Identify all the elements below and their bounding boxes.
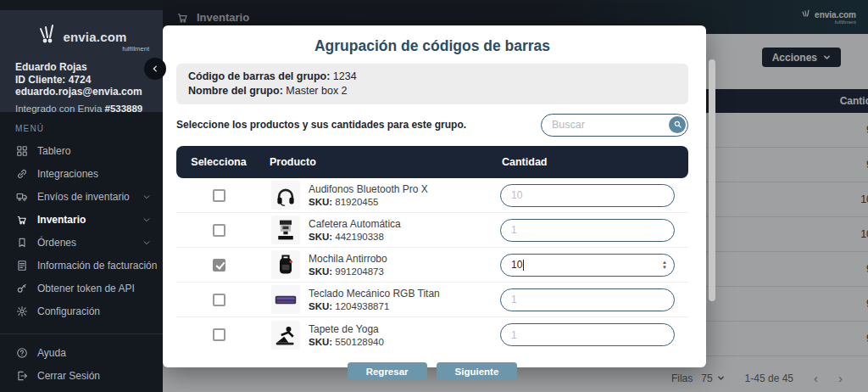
search-box (541, 114, 688, 137)
product-name: Mochila Antirrobo (309, 253, 387, 265)
column-selecciona: Selecciona (176, 156, 261, 168)
sidebar-item-label: Envíos de inventario (37, 191, 130, 203)
modal-scrollbar-thumb[interactable] (709, 59, 715, 301)
sidebar-item-envios-de-inventario[interactable]: Envíos de inventario (0, 185, 163, 208)
product-sku: SKU: 1204938871 (309, 301, 440, 311)
sidebar-item-label: Tablero (37, 145, 70, 157)
gear-icon (16, 305, 28, 317)
sidebar-logo-panel: envia.com fulfillment Eduardo Rojas ID C… (0, 10, 163, 112)
column-producto: Producto (261, 156, 490, 168)
text-caret (523, 260, 524, 271)
product-sku: SKU: 991204873 (309, 266, 387, 277)
quantity-field (500, 219, 675, 242)
coffee-product-image (271, 216, 300, 244)
sidebar-item-tablero[interactable]: Tablero (0, 139, 163, 162)
select-checkbox[interactable] (213, 294, 225, 306)
quantity-field (500, 288, 675, 311)
sidebar: envia.com fulfillment Eduardo Rojas ID C… (0, 0, 163, 392)
group-barcode-line: Código de barras del grupo: 1234 (188, 70, 676, 84)
quantity-input[interactable] (511, 294, 667, 305)
product-name: Audifonos Bluetooth Pro X (309, 183, 428, 195)
quantity-field (500, 184, 675, 207)
product-row: Mochila Antirrobo SKU: 991204873 10▲▼ (176, 248, 688, 283)
sidebar-item-ayuda[interactable]: Ayuda (0, 341, 163, 364)
sidebar-item-label: Ayuda (37, 347, 66, 359)
product-row: Tapete de Yoga SKU: 550128940 (176, 317, 688, 352)
cart-icon (16, 214, 28, 226)
user-email: eduardo.rojas@envia.com (15, 86, 149, 98)
brand-logo: envia.com (15, 24, 149, 44)
user-info: Eduardo Rojas ID Cliente: 4724 eduardo.r… (15, 61, 149, 98)
quantity-input[interactable] (511, 224, 667, 236)
sidebar-item-ordenes[interactable]: Órdenes (0, 231, 163, 254)
sidebar-item-configuracion[interactable]: Configuración (0, 300, 163, 322)
dashboard-icon (16, 145, 28, 157)
yogamat-product-image (271, 321, 300, 350)
sidebar-item-label: Configuración (37, 305, 100, 317)
product-name: Tapete de Yoga (309, 323, 384, 335)
sidebar-item-obtener-token-de-api[interactable]: Obtener token de API (0, 277, 163, 300)
modal-title: Agrupación de códigos de barras (176, 37, 688, 55)
group-name-line: Nombre del grupo: Master box 2 (188, 84, 676, 98)
search-input[interactable] (552, 119, 662, 131)
select-checkbox[interactable] (213, 328, 225, 341)
bookmark-icon (16, 237, 28, 249)
product-name: Cafetera Automática (309, 218, 401, 230)
instruction-text: Seleccione los productos y sus cantidade… (176, 119, 466, 131)
sidebar-item-label: Integraciones (37, 168, 98, 180)
menu-section-label: MENÚ (15, 124, 44, 133)
sidebar-item-label: Órdenes (37, 237, 76, 249)
sidebar-item-informacion-de-facturacion[interactable]: Información de facturación (0, 254, 163, 277)
quantity-value[interactable]: 10 (511, 259, 522, 271)
product-sku: SKU: 550128940 (309, 337, 384, 347)
select-checkbox[interactable] (213, 189, 225, 202)
backpack-product-image (271, 250, 300, 279)
search-icon (673, 120, 682, 129)
user-client-id: ID Cliente: 4724 (15, 74, 149, 87)
group-products-table: Selecciona Producto Cantidad Audifonos B… (176, 146, 688, 352)
integration-id: #533889 (105, 104, 143, 114)
link-icon (16, 168, 28, 180)
integration-status: Integrado con Envia #533889 (15, 104, 149, 114)
chevron-left-icon (151, 64, 159, 73)
sidebar-item-cerrar-sesion[interactable]: Cerrar Sesión (0, 364, 163, 387)
chevron-down-icon (142, 216, 151, 224)
sidebar-menu: Tablero Integraciones Envíos de inventar… (0, 139, 163, 322)
sidebar-collapse-button[interactable] (144, 58, 166, 80)
sidebar-item-inventario[interactable]: Inventario (0, 208, 163, 231)
truck-icon (16, 191, 28, 203)
document-icon (16, 260, 28, 272)
back-button[interactable]: Regresar (348, 362, 427, 380)
select-checkbox[interactable] (213, 259, 225, 272)
column-cantidad: Cantidad (490, 156, 688, 168)
cart-logo-icon (37, 24, 58, 44)
sidebar-footer: Ayuda Cerrar Sesión (0, 333, 163, 387)
next-button[interactable]: Siguiente (437, 362, 518, 380)
group-table-header: Selecciona Producto Cantidad (176, 146, 688, 178)
select-checkbox[interactable] (213, 224, 225, 237)
sidebar-item-integraciones[interactable]: Integraciones (0, 162, 163, 185)
brand-sub: fulfillment (88, 45, 149, 53)
quantity-field (500, 323, 675, 346)
user-name: Eduardo Rojas (15, 61, 149, 74)
brand-name: envia.com (63, 30, 126, 44)
product-sku: SKU: 442190338 (309, 232, 401, 242)
barcode-group-modal: Agrupación de códigos de barras Código d… (163, 25, 706, 367)
key-icon (16, 283, 28, 294)
product-row: Cafetera Automática SKU: 442190338 (176, 213, 688, 248)
sidebar-item-label: Información de facturación (37, 260, 157, 272)
group-info-box: Código de barras del grupo: 1234 Nombre … (176, 64, 688, 104)
search-button[interactable] (669, 116, 686, 133)
keyboard-product-image (271, 285, 300, 314)
sidebar-item-label: Cerrar Sesión (37, 370, 100, 382)
product-row: Audifonos Bluetooth Pro X SKU: 81920455 (176, 178, 688, 213)
logout-icon (16, 370, 28, 382)
quantity-input[interactable] (511, 329, 667, 341)
headphones-product-image (271, 181, 300, 210)
product-row: Teclado Mecánico RGB Titan SKU: 12049388… (176, 283, 688, 317)
quantity-field: 10▲▼ (500, 254, 675, 277)
quantity-input[interactable] (511, 189, 667, 201)
number-spinner[interactable]: ▲▼ (662, 260, 667, 270)
chevron-down-icon (142, 193, 151, 201)
group-table-body: Audifonos Bluetooth Pro X SKU: 81920455 … (176, 178, 688, 352)
